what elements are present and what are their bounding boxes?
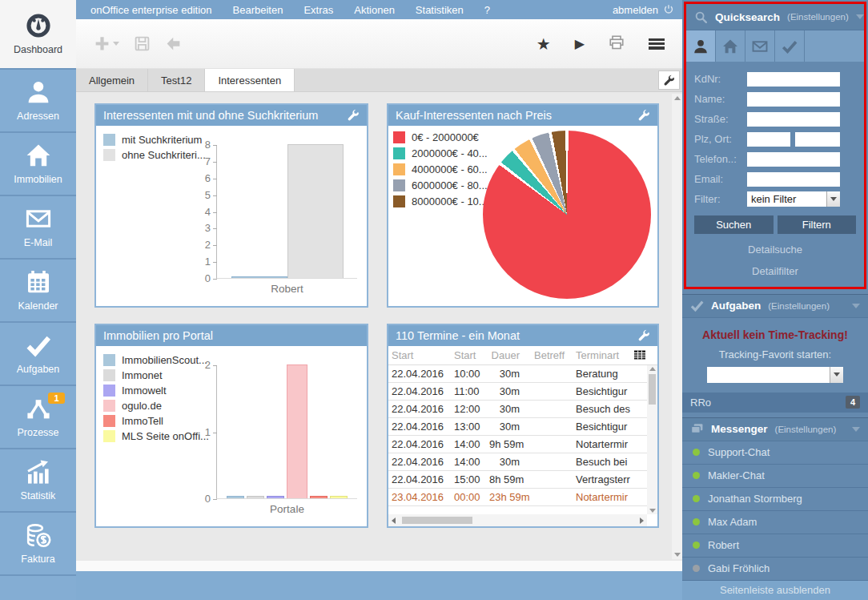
qs-tab-person[interactable] xyxy=(686,30,716,62)
menu-item-[interactable]: ? xyxy=(484,4,490,16)
menu-item-bearbeiten[interactable]: Bearbeiten xyxy=(233,4,283,16)
kdnr-input[interactable] xyxy=(747,72,840,87)
chevron-down-icon[interactable] xyxy=(852,304,860,308)
tab-test12[interactable]: Test12 xyxy=(148,69,205,91)
tab-settings-button[interactable] xyxy=(658,70,680,90)
scroll-right-icon[interactable] xyxy=(640,517,644,524)
menu-item-statistiken[interactable]: Statistiken xyxy=(416,4,464,16)
legend-swatch xyxy=(393,163,405,175)
cell: 22.04.2016 xyxy=(388,456,451,468)
right-sidebar: Quicksearch (Einstellungen) KdNr:Name:St… xyxy=(682,0,868,600)
bar-mit-suchkriterium xyxy=(231,276,287,278)
y-tick-label: 8 xyxy=(191,139,211,151)
sidebar-item-adressen[interactable]: Adressen xyxy=(0,70,76,133)
chart-portale: ImmobilienScout...ImmonetImmoweltogulo.d… xyxy=(96,346,367,526)
cell: 14:00 xyxy=(451,438,486,450)
menu-button[interactable] xyxy=(649,38,665,50)
qs-tab-tasks[interactable] xyxy=(775,30,805,62)
table-icon[interactable] xyxy=(633,348,646,361)
sidebar-item-e-mail[interactable]: E-Mail xyxy=(0,196,76,260)
telefon-input[interactable] xyxy=(747,152,840,167)
cell: 22.04.2016 xyxy=(388,438,451,450)
plz-input[interactable] xyxy=(747,132,790,147)
scroll-up-icon[interactable] xyxy=(649,367,656,371)
table-row[interactable]: 22.04.201613:0030mBesichtigur xyxy=(388,418,647,436)
add-button[interactable] xyxy=(94,35,119,52)
qs-tab-house[interactable] xyxy=(716,30,745,62)
chat-item-makler-chat[interactable]: Makler-Chat xyxy=(682,465,868,488)
sidebar-item-label: Prozesse xyxy=(17,427,58,438)
scroll-thumb[interactable] xyxy=(649,374,656,405)
print-button[interactable] xyxy=(609,34,625,54)
chevron-down-icon[interactable] xyxy=(856,14,864,19)
qs-tab-email[interactable] xyxy=(745,30,775,62)
stra-e-field-row: Straße: xyxy=(694,109,856,129)
scroll-down-icon[interactable] xyxy=(674,553,681,557)
cell: Besuch bei xyxy=(573,456,635,468)
chat-item-jonathan-stormberg[interactable]: Jonathan Stormberg xyxy=(682,488,868,511)
table-horizontal-scrollbar[interactable] xyxy=(388,514,647,526)
filtern-button[interactable]: Filtern xyxy=(778,215,857,234)
chat-item-max-adam[interactable]: Max Adam xyxy=(682,511,868,534)
wrench-icon[interactable] xyxy=(637,109,650,122)
detailsuche-link[interactable]: Detailsuche xyxy=(686,244,864,256)
table-row[interactable]: 22.04.201614:0030mBesuch bei xyxy=(388,453,647,471)
start-button[interactable]: ▶ xyxy=(575,38,585,50)
table-row[interactable]: 22.04.201615:008h 59mVertragsterr xyxy=(388,471,647,489)
field-label: Filter: xyxy=(694,193,747,205)
user-row-rro[interactable]: RRo 4 xyxy=(682,393,868,413)
chevron-down-icon[interactable] xyxy=(852,427,860,432)
quicksearch-settings-link[interactable]: (Einstellungen) xyxy=(787,12,849,22)
table-row[interactable]: 22.04.201614:009h 59mNotartermir xyxy=(388,436,647,453)
table-row[interactable]: 22.04.201610:0030mBeratung xyxy=(388,365,647,383)
stra-e-input[interactable] xyxy=(747,112,840,127)
chat-item-robert[interactable]: Robert xyxy=(682,534,868,558)
save-button[interactable] xyxy=(134,35,151,52)
cell: 30m xyxy=(486,385,531,397)
scroll-thumb[interactable] xyxy=(402,517,472,524)
scroll-up-icon[interactable] xyxy=(674,96,681,100)
tab-allgemein[interactable]: Allgemein xyxy=(76,69,148,91)
table-row[interactable]: 22.04.201611:0030mBesichtigur xyxy=(388,383,647,401)
aufgaben-settings-link[interactable]: (Einstellungen) xyxy=(768,301,830,311)
wrench-icon[interactable] xyxy=(637,329,650,342)
scroll-down-icon[interactable] xyxy=(649,509,656,513)
hide-sidebar-button[interactable]: Seitenleiste ausblenden xyxy=(682,581,868,600)
name-input[interactable] xyxy=(747,92,840,107)
scroll-left-icon[interactable] xyxy=(392,517,396,524)
sidebar-item-dashboard[interactable]: Dashboard xyxy=(0,0,76,70)
sidebar-item-kalender[interactable]: Kalender xyxy=(0,260,76,323)
bar-mls-seite-onoffice xyxy=(330,496,348,498)
sidebar-item-statistik[interactable]: Statistik xyxy=(0,449,76,513)
table-row[interactable]: 22.04.201612:0030mBesuch des xyxy=(388,401,647,418)
gauge-icon xyxy=(26,13,51,38)
quicksearch-panel: Quicksearch (Einstellungen) KdNr:Name:St… xyxy=(684,2,866,289)
tab-interessenten[interactable]: Interessenten xyxy=(205,69,295,91)
favorite-button[interactable]: ★ xyxy=(536,36,551,52)
table-row[interactable]: 23.04.201600:0023h 59mNotartermir xyxy=(388,489,647,506)
sidebar-item-immobilien[interactable]: Immobilien xyxy=(0,133,76,196)
legend-label: Immonet xyxy=(122,369,163,381)
ort-input[interactable] xyxy=(795,132,840,147)
wrench-icon[interactable] xyxy=(347,109,360,122)
tracking-favorite-select[interactable] xyxy=(707,367,843,383)
email-input[interactable] xyxy=(747,172,840,187)
messenger-settings-link[interactable]: (Einstellungen) xyxy=(775,425,837,434)
filter-select[interactable]: kein Filter xyxy=(747,191,840,207)
sidebar-item-aufgaben[interactable]: Aufgaben xyxy=(0,323,76,386)
menu-item-onoffice-enterprise-edition[interactable]: onOffice enterprise edition xyxy=(90,4,212,16)
chat-item-support-chat[interactable]: Support-Chat xyxy=(682,441,868,465)
menu-item-aktionen[interactable]: Aktionen xyxy=(354,4,395,16)
back-button[interactable] xyxy=(165,35,182,52)
menu-item-extras[interactable]: Extras xyxy=(303,4,333,16)
main-scrollbar[interactable] xyxy=(672,94,682,559)
logout-button[interactable]: abmelden xyxy=(613,4,674,16)
chat-item-gabi-fr-hlich[interactable]: Gabi Fröhlich xyxy=(682,558,868,581)
cell: Vertragsterr xyxy=(573,473,635,485)
suchen-button[interactable]: Suchen xyxy=(694,215,774,234)
toolbar-right: ★▶ xyxy=(536,34,665,54)
sidebar-item-prozesse[interactable]: 1Prozesse xyxy=(0,386,76,449)
table-vertical-scrollbar[interactable] xyxy=(647,365,657,514)
sidebar-item-faktura[interactable]: Faktura xyxy=(0,513,76,576)
detailfilter-link[interactable]: Detailfilter xyxy=(686,265,864,277)
